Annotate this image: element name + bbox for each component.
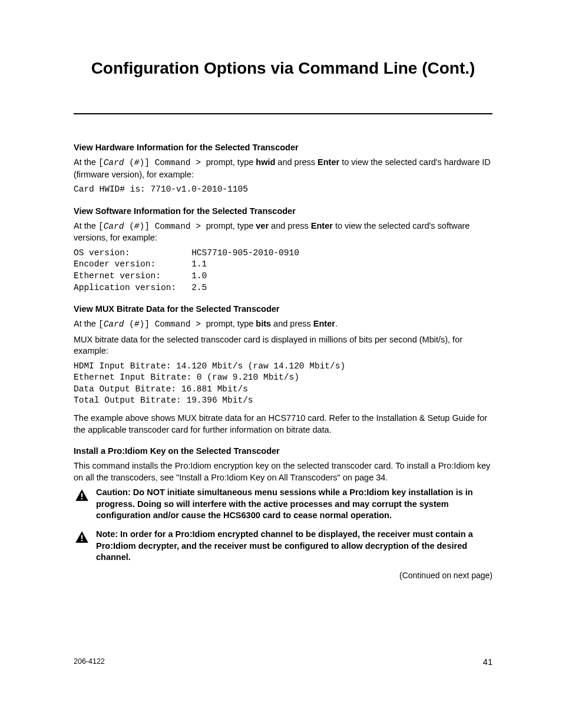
svg-rect-0 xyxy=(81,493,82,498)
paragraph: MUX bitrate data for the selected transc… xyxy=(74,334,492,357)
svg-rect-1 xyxy=(81,498,82,499)
paragraph: At the [Card (#)] Command > prompt, type… xyxy=(74,318,492,331)
document-number: 206-4122 xyxy=(74,657,105,667)
section-heading: View Hardware Information for the Select… xyxy=(74,143,492,152)
svg-rect-2 xyxy=(81,535,82,539)
note-block: Note: In order for a Pro:Idiom encrypted… xyxy=(74,529,492,564)
note-text: Note: In order for a Pro:Idiom encrypted… xyxy=(96,529,492,564)
code-output: HDMI Input Bitrate: 14.120 Mbit/s (raw 1… xyxy=(74,361,492,407)
section-proidiom: Install a Pro:Idiom Key on the Selected … xyxy=(74,446,492,580)
page-title: Configuration Options via Command Line (… xyxy=(74,59,492,78)
page-number: 41 xyxy=(483,657,492,667)
section-software-info: View Software Information for the Select… xyxy=(74,206,492,294)
paragraph: At the [Card (#)] Command > prompt, type… xyxy=(74,157,492,180)
section-hardware-info: View Hardware Information for the Select… xyxy=(74,143,492,196)
continued-label: (Continued on next page) xyxy=(74,571,492,580)
warning-icon xyxy=(74,488,90,506)
section-mux-bitrate: View MUX Bitrate Data for the Selected T… xyxy=(74,304,492,436)
section-heading: Install a Pro:Idiom Key on the Selected … xyxy=(74,446,492,456)
caution-text: Caution: Do NOT initiate simultaneous me… xyxy=(96,487,492,522)
paragraph: This command installs the Pro:Idiom encr… xyxy=(74,460,492,483)
caution-block: Caution: Do NOT initiate simultaneous me… xyxy=(74,487,492,522)
section-heading: View MUX Bitrate Data for the Selected T… xyxy=(74,304,492,314)
page-footer: 206-4122 41 xyxy=(74,657,492,667)
warning-icon xyxy=(74,530,90,548)
horizontal-rule xyxy=(74,113,492,114)
svg-rect-3 xyxy=(81,540,82,541)
paragraph: The example above shows MUX bitrate data… xyxy=(74,413,492,436)
paragraph: At the [Card (#)] Command > prompt, type… xyxy=(74,220,492,244)
document-page: Configuration Options via Command Line (… xyxy=(0,0,562,728)
code-output: Card HWID# is: 7710-v1.0-2010-1105 xyxy=(74,184,492,196)
code-output: OS version: HCS7710-905-2010-0910 Encode… xyxy=(74,248,492,294)
section-heading: View Software Information for the Select… xyxy=(74,206,492,216)
